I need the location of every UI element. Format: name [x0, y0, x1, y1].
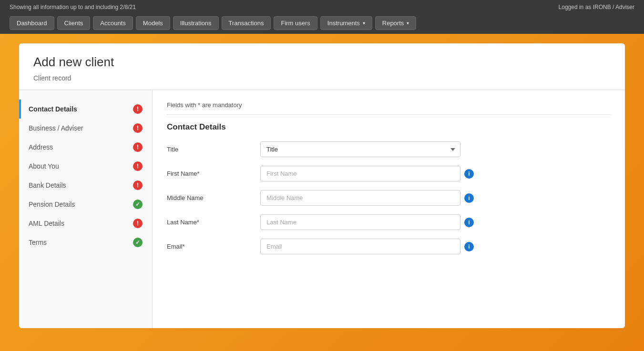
success-status-icon: ✓ — [133, 238, 143, 247]
info-text: Showing all information up to and includ… — [10, 4, 136, 10]
error-status-icon: ! — [133, 142, 143, 152]
last-name-field-wrapper: i — [260, 214, 611, 230]
sidebar-item-label: Contact Details — [29, 105, 133, 113]
topbar-nav: DashboardClientsAccountsModelsIllustrati… — [10, 12, 634, 34]
first-name-info-icon[interactable]: i — [464, 169, 474, 179]
middle-name-label: Middle Name — [167, 194, 253, 201]
form-section-title: Contact Details — [167, 122, 611, 132]
nav-btn-accounts[interactable]: Accounts — [93, 16, 133, 30]
title-field-wrapper: TitleMrMrsMsMissDrProf — [260, 141, 611, 157]
nav-btn-reports[interactable]: Reports▾ — [375, 16, 417, 30]
sidebar-item-label: Address — [29, 143, 133, 151]
error-status-icon: ! — [133, 104, 143, 114]
sidebar-item-address[interactable]: Address! — [19, 138, 152, 157]
page-title: Add new client — [33, 55, 611, 70]
card-header: Add new client Client record — [19, 43, 625, 90]
sidebar-item-about-you[interactable]: About You! — [19, 157, 152, 176]
nav-btn-dashboard[interactable]: Dashboard — [10, 16, 54, 30]
mandatory-note: Fields with * are mandatory — [167, 101, 611, 115]
logged-in-text: Logged in as IRONB / Adviser — [559, 4, 634, 10]
middle-name-field-wrapper: i — [260, 190, 611, 206]
topbar-info: Showing all information up to and includ… — [10, 0, 634, 12]
sidebar-item-pension-details[interactable]: Pension Details✓ — [19, 195, 152, 214]
main-wrapper: Add new client Client record Contact Det… — [0, 34, 644, 338]
nav-btn-models[interactable]: Models — [136, 16, 170, 30]
sidebar: Contact Details!Business / Adviser!Addre… — [19, 90, 153, 328]
last-name-row: Last Name* i — [167, 214, 611, 230]
page-subtitle: Client record — [33, 74, 611, 82]
first-name-row: First Name* i — [167, 166, 611, 181]
sidebar-item-label: About You — [29, 162, 133, 170]
main-card: Add new client Client record Contact Det… — [19, 43, 625, 328]
error-status-icon: ! — [133, 219, 143, 228]
email-row: Email* i — [167, 239, 611, 254]
nav-btn-clients[interactable]: Clients — [57, 16, 91, 30]
title-select[interactable]: TitleMrMrsMsMissDrProf — [260, 141, 460, 157]
email-info-icon[interactable]: i — [464, 242, 474, 251]
title-row: Title TitleMrMrsMsMissDrProf — [167, 141, 611, 157]
error-status-icon: ! — [133, 161, 143, 171]
form-content: Fields with * are mandatory Contact Deta… — [153, 90, 625, 328]
error-status-icon: ! — [133, 123, 143, 133]
nav-btn-illustrations[interactable]: Illustrations — [173, 16, 219, 30]
email-label: Email* — [167, 243, 253, 250]
nav-btn-transactions[interactable]: Transactions — [222, 16, 271, 30]
middle-name-info-icon[interactable]: i — [464, 193, 474, 203]
caret-icon: ▾ — [363, 20, 365, 26]
email-input[interactable] — [260, 239, 460, 254]
last-name-info-icon[interactable]: i — [464, 218, 474, 227]
sidebar-item-bank-details[interactable]: Bank Details! — [19, 176, 152, 195]
nav-btn-instruments[interactable]: Instruments▾ — [320, 16, 372, 30]
first-name-field-wrapper: i — [260, 166, 611, 181]
sidebar-item-label: AML Details — [29, 220, 133, 227]
topbar: Showing all information up to and includ… — [0, 0, 644, 34]
sidebar-item-aml-details[interactable]: AML Details! — [19, 214, 152, 233]
nav-btn-firm-users[interactable]: Firm users — [274, 16, 317, 30]
middle-name-input[interactable] — [260, 190, 460, 206]
middle-name-row: Middle Name i — [167, 190, 611, 206]
sidebar-item-terms[interactable]: Terms✓ — [19, 233, 152, 252]
last-name-input[interactable] — [260, 214, 460, 230]
email-field-wrapper: i — [260, 239, 611, 254]
sidebar-item-label: Pension Details — [29, 201, 133, 208]
last-name-label: Last Name* — [167, 219, 253, 226]
first-name-label: First Name* — [167, 170, 253, 177]
sidebar-item-contact-details[interactable]: Contact Details! — [19, 100, 152, 119]
title-label: Title — [167, 146, 253, 153]
sidebar-item-business-adviser[interactable]: Business / Adviser! — [19, 119, 152, 138]
sidebar-item-label: Business / Adviser — [29, 124, 133, 132]
success-status-icon: ✓ — [133, 200, 143, 209]
sidebar-item-label: Terms — [29, 239, 133, 246]
card-body: Contact Details!Business / Adviser!Addre… — [19, 90, 625, 328]
first-name-input[interactable] — [260, 166, 460, 181]
sidebar-item-label: Bank Details — [29, 181, 133, 189]
error-status-icon: ! — [133, 181, 143, 190]
caret-icon: ▾ — [407, 20, 409, 26]
